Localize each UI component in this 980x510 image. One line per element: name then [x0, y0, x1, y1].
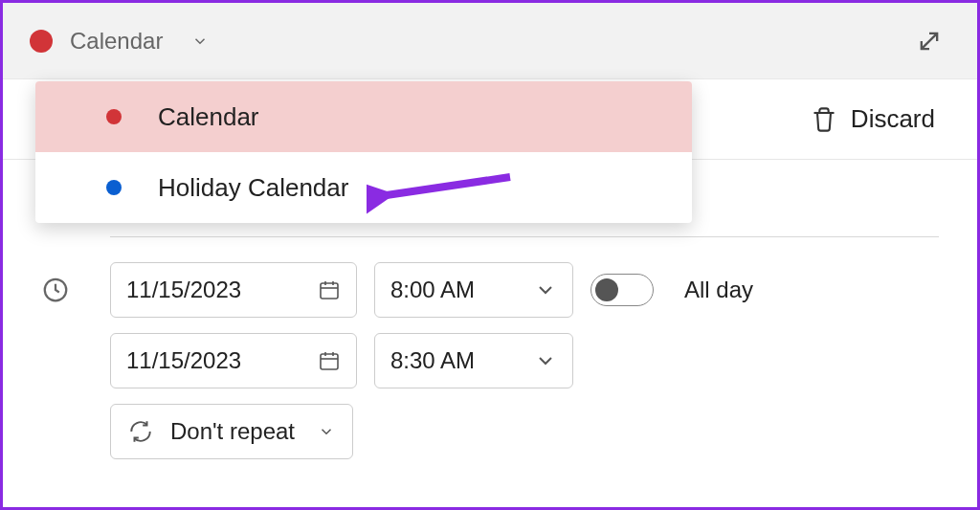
chevron-down-icon — [318, 423, 335, 440]
trash-icon — [811, 106, 837, 133]
chevron-down-icon — [191, 33, 209, 50]
calendar-color-dot — [106, 180, 122, 195]
calendar-color-dot — [30, 30, 53, 53]
dropdown-item-calendar[interactable]: Calendar — [35, 81, 692, 152]
dropdown-item-label: Calendar — [158, 102, 259, 132]
divider — [110, 236, 939, 237]
repeat-icon — [128, 419, 153, 444]
discard-button[interactable]: Discard — [811, 104, 935, 134]
header-bar: Calendar — [3, 3, 977, 79]
repeat-field[interactable]: Don't repeat — [110, 404, 353, 459]
repeat-row: Don't repeat — [41, 404, 939, 459]
chevron-down-icon — [534, 349, 557, 372]
calendar-selector-label: Calendar — [70, 28, 163, 55]
calendar-selector[interactable]: Calendar — [30, 28, 209, 55]
clock-icon — [41, 276, 70, 304]
end-date-field[interactable]: 11/15/2023 — [110, 333, 357, 388]
calendar-icon — [318, 278, 341, 301]
calendar-dropdown: Calendar Holiday Calendar — [35, 81, 692, 223]
repeat-label: Don't repeat — [170, 418, 295, 445]
svg-rect-9 — [321, 354, 338, 369]
start-date-value: 11/15/2023 — [126, 277, 241, 303]
start-row: 11/15/2023 8:00 AM All day — [41, 262, 939, 318]
svg-line-0 — [922, 33, 937, 48]
dropdown-item-label: Holiday Calendar — [158, 173, 348, 203]
start-date-field[interactable]: 11/15/2023 — [110, 262, 357, 318]
calendar-color-dot — [106, 109, 122, 124]
end-time-field[interactable]: 8:30 AM — [374, 333, 573, 388]
svg-rect-5 — [321, 283, 338, 299]
discard-label: Discard — [851, 104, 935, 134]
allday-toggle[interactable] — [590, 274, 654, 306]
start-time-field[interactable]: 8:00 AM — [374, 262, 573, 318]
start-time-value: 8:00 AM — [390, 277, 475, 303]
end-row: 11/15/2023 8:30 AM — [41, 333, 939, 388]
expand-icon[interactable] — [916, 28, 943, 55]
dropdown-item-holiday-calendar[interactable]: Holiday Calendar — [35, 152, 692, 223]
end-time-value: 8:30 AM — [390, 347, 475, 374]
end-date-value: 11/15/2023 — [126, 347, 241, 374]
chevron-down-icon — [534, 278, 557, 301]
allday-label: All day — [684, 277, 753, 303]
calendar-icon — [318, 349, 341, 372]
toggle-knob — [595, 278, 618, 301]
